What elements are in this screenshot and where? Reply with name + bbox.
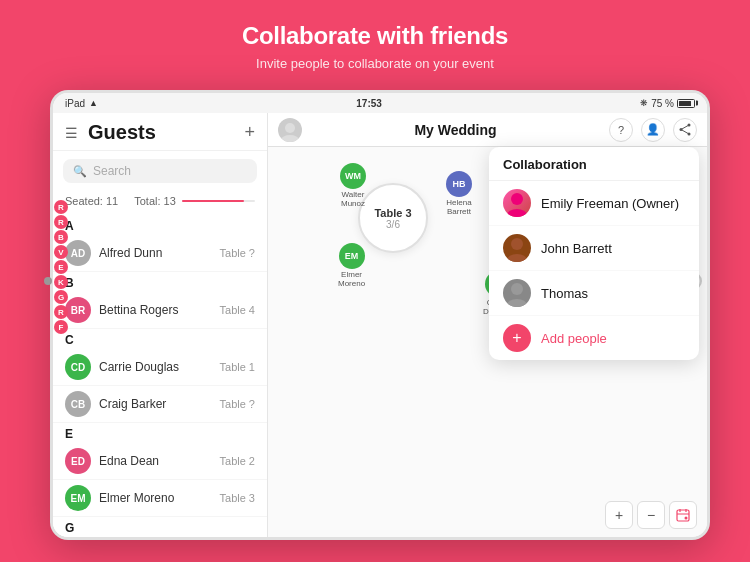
table-row[interactable]: EM Elmer Moreno Table 3 (53, 480, 267, 517)
svg-point-10 (507, 254, 527, 262)
map-navbar: My Wedding ? 👤 (268, 113, 707, 147)
collab-person-john[interactable]: John Barrett (489, 226, 699, 271)
left-dot (44, 277, 52, 285)
guest-table: Table 1 (220, 361, 255, 373)
svg-line-5 (681, 125, 689, 130)
calendar-button[interactable] (669, 501, 697, 529)
add-people-icon: + (503, 324, 531, 352)
collab-person-thomas[interactable]: Thomas (489, 271, 699, 316)
person-badge-em: EM ElmerMoreno (338, 243, 365, 289)
alpha-f[interactable]: F (54, 320, 68, 334)
guest-table: Table ? (220, 398, 255, 410)
map-bottom-controls: + − (605, 501, 697, 529)
sidebar: ☰ Guests + 🔍 Search Seated: 11 Total: 13 (53, 113, 268, 537)
guest-name: Carrie Douglas (99, 360, 212, 374)
alpha-e[interactable]: E (54, 260, 68, 274)
nav-icons: ? 👤 (609, 118, 697, 142)
group-header-a: A (53, 215, 267, 235)
collaboration-dropdown: Collaboration Emily Freeman (Owner) John… (489, 147, 699, 360)
search-box[interactable]: 🔍 Search (63, 159, 257, 183)
zoom-out-button[interactable]: − (637, 501, 665, 529)
alpha-k[interactable]: K (54, 275, 68, 289)
table-row[interactable]: AD Alfred Dunn Table ? (53, 235, 267, 272)
collab-avatar-john (503, 234, 531, 262)
collab-person-emily[interactable]: Emily Freeman (Owner) (489, 181, 699, 226)
zoom-in-button[interactable]: + (605, 501, 633, 529)
table-3[interactable]: Table 3 3/6 (358, 183, 428, 253)
person-badge-wm: WM WalterMunoz (340, 163, 366, 209)
svg-line-6 (681, 130, 689, 135)
table-row[interactable]: CD Carrie Douglas Table 1 (53, 349, 267, 386)
status-time: 17:53 (356, 98, 382, 109)
svg-point-11 (511, 283, 523, 295)
avatar: CB (65, 391, 91, 417)
bluetooth-icon: ❋ (640, 98, 648, 108)
alpha-g[interactable]: G (54, 290, 68, 304)
person-badge-hb: HB HelenaBarrett (446, 171, 472, 217)
progress-bar (182, 200, 255, 202)
page-title: Collaborate with friends (0, 22, 750, 50)
person-circle-hb: HB (446, 171, 472, 197)
wifi-icon: ▲ (89, 98, 98, 108)
alpha-nav: R R B V E K G R F (54, 200, 68, 334)
search-icon: 🔍 (73, 165, 87, 178)
person-circle-em: EM (339, 243, 365, 269)
stats-total: Total: 13 (134, 195, 176, 207)
collab-name-emily: Emily Freeman (Owner) (541, 196, 679, 211)
table-row[interactable]: CB Craig Barker Table ? (53, 386, 267, 423)
device-frame: iPad ▲ 17:53 ❋ 75 % ☰ Guests + (50, 90, 710, 540)
guest-table: Table 4 (220, 304, 255, 316)
alpha-r3[interactable]: R (54, 305, 68, 319)
hamburger-icon[interactable]: ☰ (65, 125, 78, 141)
table-row[interactable]: ED Edna Dean Table 2 (53, 443, 267, 480)
svg-point-0 (285, 123, 295, 133)
nav-title: My Wedding (310, 122, 601, 138)
guest-table: Table ? (220, 247, 255, 259)
collab-avatar-thomas (503, 279, 531, 307)
person-icon-button[interactable]: 👤 (641, 118, 665, 142)
status-bar: iPad ▲ 17:53 ❋ 75 % (53, 93, 707, 113)
add-guest-icon[interactable]: + (244, 122, 255, 143)
sidebar-title: Guests (88, 121, 234, 144)
group-header-c: C (53, 329, 267, 349)
group-header-b: B (53, 272, 267, 292)
add-people-label: Add people (541, 331, 607, 346)
svg-point-17 (685, 517, 688, 520)
alpha-r2[interactable]: R (54, 215, 68, 229)
table-3-count: 3/6 (386, 219, 400, 230)
guest-name: Craig Barker (99, 397, 212, 411)
table-3-label: Table 3 (374, 207, 411, 219)
add-people-row[interactable]: + Add people (489, 316, 699, 360)
avatar: ED (65, 448, 91, 474)
table-row[interactable]: BR Bettina Rogers Table 4 (53, 292, 267, 329)
search-placeholder: Search (93, 164, 131, 178)
svg-rect-13 (677, 510, 689, 521)
device-label: iPad (65, 98, 85, 109)
guest-name: Edna Dean (99, 454, 212, 468)
progress-bar-fill (182, 200, 244, 202)
person-name-wm: WalterMunoz (341, 191, 365, 209)
alpha-v[interactable]: V (54, 245, 68, 259)
help-button[interactable]: ? (609, 118, 633, 142)
avatar: CD (65, 354, 91, 380)
page-subtitle: Invite people to collaborate on your eve… (0, 56, 750, 71)
page-header: Collaborate with friends Invite people t… (0, 0, 750, 87)
avatar: AD (65, 240, 91, 266)
nav-avatar (278, 118, 302, 142)
collab-name-john: John Barrett (541, 241, 612, 256)
alpha-r1[interactable]: R (54, 200, 68, 214)
share-button[interactable] (673, 118, 697, 142)
collab-header: Collaboration (489, 147, 699, 181)
battery-icon (677, 99, 695, 108)
stats-row: Seated: 11 Total: 13 (53, 191, 267, 215)
svg-point-1 (281, 135, 299, 142)
guest-list: A AD Alfred Dunn Table ? B BR Bettina Ro… (53, 215, 267, 537)
guest-table: Table 2 (220, 455, 255, 467)
battery-pct: 75 % (651, 98, 674, 109)
alpha-b[interactable]: B (54, 230, 68, 244)
guest-name: Bettina Rogers (99, 303, 212, 317)
avatar: BR (65, 297, 91, 323)
person-circle-wm: WM (340, 163, 366, 189)
avatar: EM (65, 485, 91, 511)
person-name-em: ElmerMoreno (338, 271, 365, 289)
